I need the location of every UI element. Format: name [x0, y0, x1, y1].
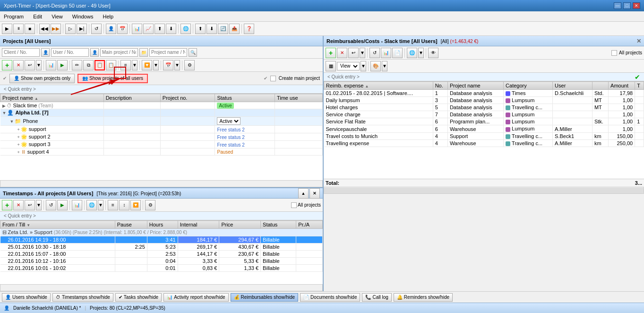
start-timer-button[interactable]: ▶	[57, 60, 68, 70]
reimb-add-button[interactable]: +	[326, 48, 336, 58]
users-show-hide-button[interactable]: 👤 Users show/hide	[2, 293, 51, 302]
delete-project-button[interactable]: ✕	[13, 60, 24, 70]
refresh-button[interactable]: ↺	[91, 24, 102, 34]
table-row[interactable]: Service charge 7 Database analysis Lumps…	[324, 111, 644, 118]
reimbursables-table[interactable]: Reimb. expense ▲ No. Project name Catego…	[324, 81, 644, 179]
client-filter[interactable]	[2, 48, 40, 57]
filter-button[interactable]: 🔽	[142, 60, 152, 70]
table-row[interactable]: Travel costs to Munich 4 Support Travell…	[324, 132, 644, 139]
col-reimb-category[interactable]: Category	[504, 82, 553, 90]
col-reimb-amount[interactable]: Amount	[609, 82, 635, 90]
calendar-button[interactable]: 📅	[117, 24, 128, 34]
reimb-refresh-button[interactable]: ↺	[369, 48, 380, 58]
ts-play-button[interactable]: ▶	[57, 200, 68, 210]
col-project-name[interactable]: Project name ▲	[0, 94, 104, 102]
export-xls-button[interactable]: 📊	[46, 60, 56, 70]
view-list-button[interactable]: ≡	[120, 60, 131, 70]
project-name-filter[interactable]	[149, 48, 187, 57]
close-button[interactable]: ✕	[633, 2, 640, 9]
table-row[interactable]: +🌟 support Free status 2	[0, 126, 323, 133]
ts-group-button[interactable]: ≡	[108, 200, 118, 210]
move2-button[interactable]: 📋	[106, 60, 116, 70]
stop-button[interactable]: ■	[25, 24, 35, 34]
ts-collapse-button[interactable]: ▲	[298, 188, 309, 199]
expand-icon[interactable]: +	[17, 127, 20, 132]
show-own-projects-button[interactable]: 👤 Show own projects only	[9, 74, 75, 83]
ts-config-button[interactable]: ⚙	[145, 200, 155, 210]
table-row[interactable]: 22.01.2016 15:07 - 18:00 2:53 144,17 € 2…	[0, 251, 323, 258]
sync2-button[interactable]: ⬇	[206, 24, 217, 34]
table-row[interactable]: Travelling expense 4 Warehouse Travellin…	[324, 139, 644, 147]
table-row[interactable]: +⏸ support 4 Paused	[0, 148, 323, 156]
reimb-web-dropdown[interactable]: ▼	[418, 48, 424, 58]
expand-icon[interactable]: +	[17, 135, 20, 139]
table-row[interactable]: Service Flat Rate 6 Programm plan... Lum…	[324, 118, 644, 125]
show-all-projects-button[interactable]: 👥 Show projects of all users	[77, 74, 148, 83]
minimize-button[interactable]: —	[614, 2, 621, 9]
ts-xls-button[interactable]: 📊	[72, 200, 82, 210]
status-select[interactable]: Active	[217, 117, 240, 125]
play-button[interactable]: ▶	[2, 24, 12, 34]
col-reimb-unit[interactable]	[592, 82, 608, 90]
table-row[interactable]: 01.02.2015 - 28.02.2015 | Software.... 1…	[324, 90, 644, 97]
ts-filter-button[interactable]: 🔽	[130, 200, 141, 210]
ts-add-button[interactable]: +	[2, 200, 12, 210]
maximize-button[interactable]: □	[623, 2, 631, 9]
ts-col-from[interactable]: From / Till ▼	[0, 221, 115, 229]
ts-delete-button[interactable]: ✕	[13, 200, 24, 210]
reimb-color-button[interactable]: 🎨	[370, 61, 381, 71]
ts-close-button[interactable]: ✕	[309, 188, 320, 199]
col-reimb-no[interactable]: No.	[433, 82, 447, 90]
ts-col-status[interactable]: Status	[261, 221, 296, 229]
back-button[interactable]: ◀◀	[39, 24, 50, 34]
web-button[interactable]: 🌐	[180, 24, 191, 34]
reimb-color-dropdown[interactable]: ▼	[382, 61, 387, 71]
col-reimb-expense[interactable]: Reimb. expense ▲	[324, 82, 433, 90]
table-row[interactable]: +🌟 support 3 Free status 2	[0, 141, 323, 148]
filter-dropdown[interactable]: ▼	[153, 60, 159, 70]
undo-dropdown[interactable]: ▼	[36, 60, 42, 70]
project-name-filter-btn[interactable]: 🔍	[189, 48, 197, 57]
expand-icon[interactable]: ▶	[2, 104, 6, 108]
config-button[interactable]: ⚙	[184, 60, 195, 70]
client-filter-btn[interactable]: 👤	[41, 48, 50, 57]
table-row[interactable]: 25.01.2016 10:30 - 18:18 2:25 5:23 269,1…	[0, 243, 323, 251]
calendar2-button[interactable]: 📅	[163, 60, 173, 70]
reimb-allprojects-checkbox[interactable]	[611, 50, 617, 56]
report-button[interactable]: 📊	[132, 24, 142, 34]
ts-refresh-button[interactable]: ↺	[46, 200, 56, 210]
user-filter[interactable]	[51, 48, 89, 57]
col-description[interactable]: Description	[103, 94, 160, 102]
table-row[interactable]: Daily lumpsum 3 Database analysis Lumpsu…	[324, 97, 644, 104]
main-project-filter-btn[interactable]: 📁	[139, 48, 148, 57]
reminders-show-hide-button[interactable]: 🔔 Reminders show/hide	[394, 293, 453, 302]
col-reimb-project[interactable]: Project name	[447, 82, 503, 90]
timestamps-scrollbar[interactable]	[0, 284, 323, 291]
reimb-close-button[interactable]: ✕	[636, 38, 641, 44]
menu-program[interactable]: Program	[2, 13, 26, 20]
pause-button[interactable]: ⏸	[13, 24, 24, 34]
menu-windows[interactable]: Windows	[70, 13, 95, 20]
help-icon-button[interactable]: ❓	[244, 24, 254, 34]
nav2-button[interactable]: ▶|	[77, 24, 87, 34]
sync4-button[interactable]: 📤	[229, 24, 240, 34]
ts-col-pause[interactable]: Pause	[115, 221, 147, 229]
table-row[interactable]: 22.01.2016 10:12 - 10:16 0:04 3,33 € 5,3…	[0, 258, 323, 265]
nav-button[interactable]: ▷	[65, 24, 76, 34]
create-main-project-checkbox[interactable]	[270, 76, 276, 81]
chart-button[interactable]: 📈	[143, 24, 154, 34]
col-status[interactable]: Status	[215, 94, 275, 102]
move-button[interactable]: 📋	[94, 60, 105, 70]
projects-scrollbar[interactable]	[0, 180, 323, 187]
ts-showall-checkbox[interactable]	[291, 202, 297, 208]
table-row[interactable]: ▼👤 Alpha Ltd. [7]	[0, 109, 323, 117]
col-reimb-t[interactable]: T	[635, 82, 644, 90]
ts-move-button[interactable]: ↕	[119, 200, 129, 210]
ts-undo-dropdown[interactable]: ▼	[36, 200, 42, 210]
sync1-button[interactable]: ⬆	[195, 24, 206, 34]
table-row[interactable]: Servicepauschale 6 Warehouse Lumpsum A.M…	[324, 125, 644, 132]
timestamps-show-hide-button[interactable]: ⏱ Timestamps show/hide	[52, 293, 113, 302]
expand-icon[interactable]: +	[17, 142, 20, 147]
menu-help[interactable]: Help	[101, 13, 115, 20]
table-row[interactable]: +🌟 support 2 Free status 2	[0, 133, 323, 141]
